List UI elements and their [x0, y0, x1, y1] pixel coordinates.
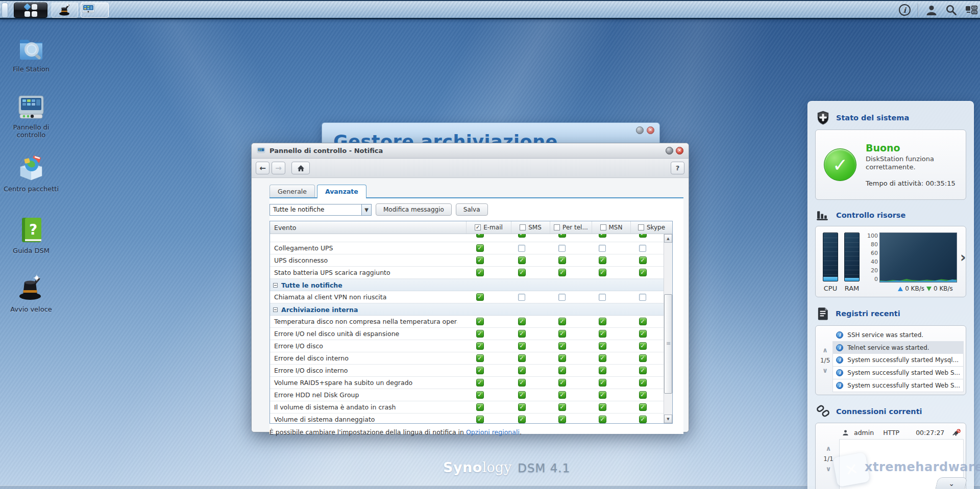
minimize-button[interactable]: [636, 126, 644, 134]
log-item[interactable]: iTelnet service was started.: [832, 341, 964, 354]
checkbox-unchecked[interactable]: [639, 245, 646, 252]
checkbox-checked[interactable]: ✓: [639, 416, 647, 423]
collapse-icon[interactable]: [273, 307, 278, 312]
checkbox-checked[interactable]: ✓: [518, 403, 526, 411]
home-button[interactable]: [291, 162, 310, 174]
checkbox-checked[interactable]: ✓: [599, 330, 606, 338]
checkbox-checked[interactable]: ✓: [639, 379, 647, 387]
checkbox-checked[interactable]: ✓: [476, 318, 484, 325]
quick-launch-taskbar-button[interactable]: [52, 3, 78, 18]
checkbox-checked[interactable]: ✓: [599, 367, 606, 374]
header-checkbox[interactable]: [600, 224, 606, 230]
checkbox-checked[interactable]: ✓: [476, 244, 484, 252]
checkbox-unchecked[interactable]: [518, 294, 525, 301]
checkbox-checked[interactable]: ✓: [476, 416, 484, 423]
checkbox-checked[interactable]: ✓: [599, 354, 606, 362]
checkbox-checked[interactable]: ✓: [558, 403, 566, 411]
checkbox-checked[interactable]: ✓: [639, 318, 647, 325]
checkbox-checked[interactable]: ✓: [518, 367, 526, 374]
info-icon[interactable]: i: [899, 4, 911, 16]
main-menu-button[interactable]: [14, 3, 47, 18]
header-checkbox-checked[interactable]: ✓: [475, 224, 481, 230]
checkbox-checked[interactable]: ✓: [639, 234, 647, 238]
panel-collapse-button[interactable]: ⌄: [935, 477, 968, 489]
checkbox-checked[interactable]: ✓: [476, 354, 484, 362]
checkbox-checked[interactable]: ✓: [599, 234, 606, 238]
close-icon[interactable]: ✕: [647, 126, 654, 134]
tab-avanzate[interactable]: Avanzate: [317, 185, 366, 198]
checkbox-checked[interactable]: ✓: [518, 269, 526, 276]
table-scrollbar[interactable]: ▲ ▼: [664, 234, 672, 423]
save-button[interactable]: Salva: [456, 203, 488, 216]
checkbox-checked[interactable]: ✓: [558, 330, 566, 338]
checkbox-checked[interactable]: ✓: [639, 403, 647, 411]
pager-down-icon[interactable]: ∨: [822, 369, 828, 373]
header-checkbox[interactable]: [638, 224, 644, 230]
checkbox-checked[interactable]: ✓: [599, 269, 606, 276]
notification-filter-select[interactable]: Tutte le notifiche ▼: [270, 204, 372, 216]
header-checkbox[interactable]: [554, 224, 560, 230]
checkbox-unchecked[interactable]: [599, 294, 606, 301]
channel-column-header[interactable]: SMS: [511, 221, 550, 234]
control-panel-taskbar-button[interactable]: [81, 3, 109, 18]
show-desktop-button[interactable]: [2, 3, 8, 18]
checkbox-checked[interactable]: ✓: [518, 256, 526, 264]
close-icon[interactable]: ✕: [676, 147, 683, 155]
tab-generale[interactable]: Generale: [270, 185, 315, 197]
checkbox-checked[interactable]: ✓: [518, 391, 526, 399]
checkbox-checked[interactable]: ✓: [476, 379, 484, 387]
user-icon[interactable]: [925, 4, 938, 16]
checkbox-checked[interactable]: ✓: [558, 367, 566, 374]
checkbox-checked[interactable]: ✓: [476, 234, 484, 238]
checkbox-checked[interactable]: ✓: [639, 269, 647, 276]
checkbox-checked[interactable]: ✓: [599, 391, 606, 399]
scroll-up-icon[interactable]: ▲: [664, 234, 672, 243]
checkbox-unchecked[interactable]: [639, 294, 646, 301]
collapse-icon[interactable]: [273, 283, 278, 288]
help-button[interactable]: ?: [671, 162, 684, 174]
checkbox-checked[interactable]: ✓: [639, 330, 647, 338]
back-button[interactable]: ←: [256, 162, 270, 174]
group-row[interactable]: Tutte le notifiche: [270, 279, 664, 291]
header-checkbox[interactable]: [520, 224, 526, 230]
checkbox-unchecked[interactable]: [599, 245, 606, 252]
checkbox-checked[interactable]: ✓: [518, 416, 526, 423]
forward-button[interactable]: →: [272, 162, 285, 174]
checkbox-checked[interactable]: ✓: [518, 354, 526, 362]
checkbox-checked[interactable]: ✓: [639, 354, 647, 362]
checkbox-checked[interactable]: ✓: [599, 416, 606, 423]
checkbox-checked[interactable]: ✓: [599, 403, 606, 411]
checkbox-checked[interactable]: ✓: [558, 354, 566, 362]
checkbox-checked[interactable]: ✓: [476, 391, 484, 399]
checkbox-checked[interactable]: ✓: [599, 256, 606, 264]
checkbox-checked[interactable]: ✓: [476, 330, 484, 338]
checkbox-checked[interactable]: ✓: [558, 342, 566, 350]
checkbox-checked[interactable]: ✓: [518, 330, 526, 338]
checkbox-checked[interactable]: ✓: [639, 256, 647, 264]
checkbox-checked[interactable]: ✓: [476, 342, 484, 350]
disconnect-icon[interactable]: [952, 429, 961, 436]
connection-row[interactable]: admin HTTP 00:27:27: [839, 426, 964, 439]
checkbox-checked[interactable]: ✓: [476, 367, 484, 374]
checkbox-unchecked[interactable]: [558, 294, 566, 301]
checkbox-checked[interactable]: ✓: [558, 234, 566, 238]
checkbox-checked[interactable]: ✓: [558, 416, 566, 423]
pager-down-icon[interactable]: ∨: [826, 467, 831, 471]
desktop-icon-package-center[interactable]: Centro pacchetti: [0, 150, 62, 193]
checkbox-checked[interactable]: ✓: [599, 342, 606, 350]
pager-up-icon[interactable]: ∧: [822, 348, 828, 352]
checkbox-checked[interactable]: ✓: [558, 318, 566, 325]
checkbox-unchecked[interactable]: [518, 245, 525, 252]
checkbox-checked[interactable]: ✓: [639, 391, 647, 399]
checkbox-checked[interactable]: ✓: [558, 391, 566, 399]
channel-column-header[interactable]: ✓E-mail: [466, 221, 511, 234]
channel-column-header[interactable]: Per tel...: [550, 221, 592, 234]
edit-message-button[interactable]: Modifica messaggio: [376, 203, 452, 216]
search-icon[interactable]: [945, 4, 958, 16]
checkbox-checked[interactable]: ✓: [518, 342, 526, 350]
checkbox-checked[interactable]: ✓: [518, 379, 526, 387]
checkbox-checked[interactable]: ✓: [518, 318, 526, 325]
event-column-header[interactable]: Evento: [270, 224, 466, 231]
desktop-icon-control-panel[interactable]: Pannello di controllo: [0, 89, 62, 139]
checkbox-checked[interactable]: ✓: [518, 234, 526, 238]
